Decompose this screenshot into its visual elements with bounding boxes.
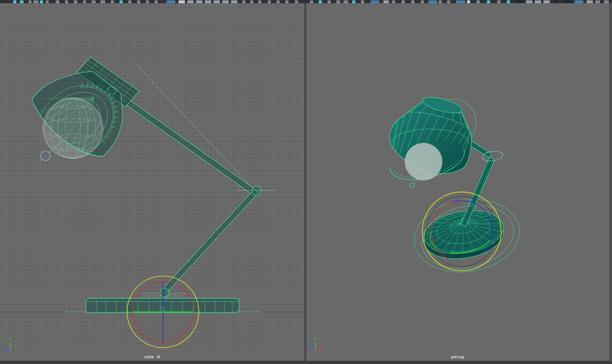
toolbar-icon-fragment[interactable] — [467, 0, 470, 3]
rotate-manipulator[interactable] — [127, 276, 199, 348]
toolbar-icon-fragment[interactable] — [167, 0, 175, 3]
toolbar-icon-fragment[interactable] — [33, 0, 38, 3]
toolbar-icon-fragment[interactable] — [517, 0, 523, 3]
toolbar-icon-fragment[interactable] — [205, 0, 211, 3]
toolbar-icon-fragment[interactable] — [563, 0, 573, 3]
toolbar-icon-fragment[interactable] — [242, 0, 245, 3]
toolbar-icon-fragment[interactable] — [456, 0, 465, 3]
toolbar-icon-fragment[interactable] — [411, 0, 414, 3]
toolbar-icon-fragment[interactable] — [250, 0, 253, 3]
application-window: side -X y z persp — [0, 0, 612, 364]
toolbar-icon-fragment[interactable] — [487, 0, 490, 3]
toolbar-icon-fragment[interactable] — [137, 0, 140, 3]
toolbar-icon-fragment[interactable] — [421, 0, 424, 3]
window-bottom-edge — [0, 361, 612, 364]
toolbar-icon-fragment[interactable] — [29, 0, 31, 3]
viewport-toolbar-cutoff[interactable] — [0, 0, 612, 3]
toolbar-icon-fragment[interactable] — [128, 0, 131, 3]
toolbar-icon-fragment[interactable] — [428, 0, 437, 3]
toolbar-icon-fragment[interactable] — [328, 0, 331, 3]
toolbar-icon-fragment[interactable] — [83, 0, 86, 3]
y-axis-label: y — [314, 337, 316, 341]
toolbar-icon-fragment[interactable] — [214, 0, 220, 3]
toolbar-icon-fragment[interactable] — [535, 0, 541, 3]
view-axis-gizmo: y z — [1, 338, 19, 356]
x-axis-line — [316, 349, 322, 350]
toolbar-icon-fragment[interactable] — [343, 0, 348, 3]
toolbar-icon-fragment[interactable] — [361, 0, 364, 3]
z-axis-line — [310, 350, 316, 353]
toolbar-icon-fragment[interactable] — [595, 0, 600, 3]
toolbar-icon-fragment[interactable] — [40, 0, 43, 3]
window-right-edge — [609, 3, 612, 361]
toolbar-icon-fragment[interactable] — [187, 0, 194, 3]
toolbar-icon-fragment[interactable] — [575, 0, 583, 3]
toolbar-icon-fragment[interactable] — [155, 0, 158, 3]
toolbar-icon-fragment[interactable] — [56, 0, 59, 3]
lamp-bulb[interactable] — [405, 143, 442, 188]
z-axis-label: z — [308, 344, 310, 348]
toolbar-icon-fragment[interactable] — [178, 0, 185, 3]
viewport-side-x[interactable]: side -X y z — [0, 3, 304, 361]
toolbar-icon-fragment[interactable] — [383, 0, 389, 3]
toolbar-icon-fragment[interactable] — [120, 0, 123, 3]
toolbar-icon-fragment[interactable] — [146, 0, 149, 3]
toolbar-icon-fragment[interactable] — [46, 0, 49, 3]
viewport-persp[interactable]: persp y x z — [306, 3, 609, 361]
toolbar-icon-fragment[interactable] — [310, 0, 313, 3]
toolbar-icon-fragment[interactable] — [20, 0, 24, 3]
toolbar-icon-fragment[interactable] — [507, 0, 510, 3]
toolbar-icon-fragment[interactable] — [13, 0, 16, 3]
toolbar-icon-fragment[interactable] — [231, 0, 237, 3]
view-axis-gizmo: y x z — [307, 338, 326, 356]
toolbar-icon-fragment[interactable] — [554, 0, 558, 3]
toolbar-icon-fragment[interactable] — [268, 0, 271, 3]
toolbar-icon-fragment[interactable] — [295, 0, 298, 3]
viewport-label-side-x[interactable]: side -X — [0, 355, 304, 359]
toolbar-icon-fragment[interactable] — [285, 0, 288, 3]
toolbar-icon-fragment[interactable] — [92, 0, 96, 3]
toolbar-icon-fragment[interactable] — [543, 0, 550, 3]
toolbar-icon-fragment[interactable] — [477, 0, 480, 3]
z-axis-label: z — [2, 345, 4, 349]
toolbar-icon-fragment[interactable] — [447, 0, 450, 3]
toolbar-icon-fragment[interactable] — [439, 0, 442, 3]
toolbar-icon-fragment[interactable] — [111, 0, 114, 3]
toolbar-icon-fragment[interactable] — [336, 0, 340, 3]
toolbar-icon-fragment[interactable] — [100, 0, 105, 3]
toolbar-icon-fragment[interactable] — [371, 0, 379, 3]
toolbar-icon-fragment[interactable] — [352, 0, 355, 3]
toolbar-icon-fragment[interactable] — [497, 0, 500, 3]
desk-lamp-wireframe[interactable] — [24, 57, 275, 313]
toolbar-icon-fragment[interactable] — [526, 0, 532, 3]
toolbar-icon-fragment[interactable] — [258, 0, 261, 3]
toolbar-icon-fragment[interactable] — [277, 0, 280, 3]
toolbar-icon-fragment[interactable] — [196, 0, 202, 3]
y-axis-label: y — [9, 337, 11, 341]
toolbar-icon-fragment[interactable] — [319, 0, 322, 3]
toolbar-icon-fragment[interactable] — [392, 0, 395, 3]
toolbar-icon-fragment[interactable] — [604, 0, 609, 3]
toolbar-icon-fragment[interactable] — [586, 0, 593, 3]
toolbar-icon-fragment[interactable] — [222, 0, 229, 3]
toolbar-icon-fragment[interactable] — [402, 0, 405, 3]
viewport-label-persp[interactable]: persp — [306, 355, 609, 359]
toolbar-icon-fragment[interactable] — [74, 0, 77, 3]
toolbar-icon-fragment[interactable] — [65, 0, 68, 3]
x-axis-label: x — [320, 344, 323, 348]
